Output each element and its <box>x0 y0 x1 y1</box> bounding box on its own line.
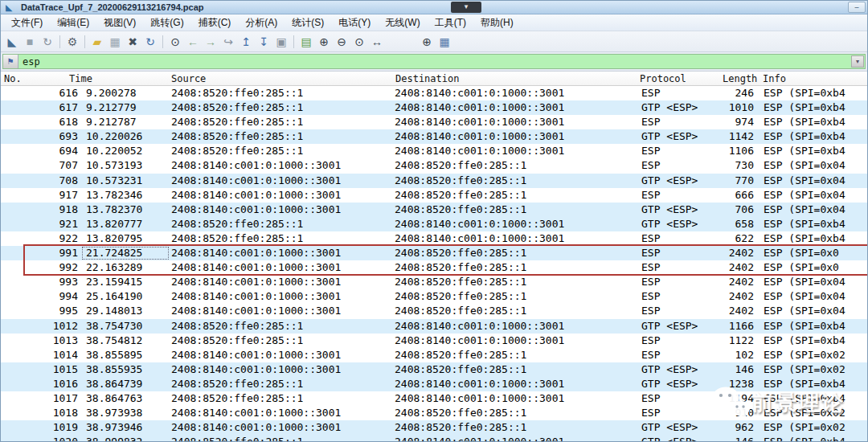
cell-dst: 2408:8520:ffe0:285::1 <box>393 406 638 420</box>
menu-item-2[interactable]: 视图(V) <box>96 14 143 31</box>
column-header-destination[interactable]: Destination <box>395 73 459 84</box>
menu-item-6[interactable]: 统计(S) <box>285 14 331 31</box>
cell-time: 38.855935 <box>81 362 170 377</box>
packet-row-1014[interactable]: 101438.8558952408:8140:c001:0:1000::3001… <box>1 348 867 362</box>
cell-dst: 2408:8140:c001:0:1000::3001 <box>393 231 638 246</box>
cell-proto: GTP <ESP> <box>638 420 719 435</box>
column-header-info[interactable]: Info <box>763 73 786 84</box>
cell-proto: ESP <box>638 334 719 348</box>
packet-row-992[interactable]: 99222.1632892408:8140:c001:0:1000::30012… <box>1 260 867 275</box>
menu-item-0[interactable]: 文件(F) <box>4 14 50 31</box>
minimize-button[interactable]: – <box>848 2 866 13</box>
cell-len: 622 <box>719 231 755 246</box>
packet-row-921[interactable]: 92113.8207772408:8520:ffe0:285::12408:81… <box>1 217 867 231</box>
menu-item-10[interactable]: 帮助(H) <box>473 14 521 31</box>
cell-info: ESP (SPI=0x04 <box>755 304 867 318</box>
cell-time: 23.159415 <box>81 275 170 289</box>
zoom-reset-icon[interactable]: ⊙ <box>351 34 367 50</box>
display-grid-icon[interactable]: ▦ <box>436 34 452 50</box>
go-back-icon[interactable]: ← <box>185 34 201 50</box>
packet-row-1017[interactable]: 101738.8647632408:8520:ffe0:285::12408:8… <box>1 391 867 406</box>
packet-row-616[interactable]: 6169.2002782408:8520:ffe0:285::12408:814… <box>1 86 867 100</box>
packet-row-918[interactable]: 91813.7823702408:8140:c001:0:1000::30012… <box>1 203 867 217</box>
menu-item-7[interactable]: 电话(Y) <box>331 14 378 31</box>
menu-item-9[interactable]: 工具(T) <box>428 14 473 31</box>
auto-scroll-icon[interactable]: ▣ <box>273 34 289 50</box>
cell-proto: GTP <ESP> <box>638 217 719 231</box>
open-file-icon[interactable]: ▰ <box>89 34 105 50</box>
start-capture-icon[interactable]: ◣ <box>4 34 20 50</box>
cell-proto: GTP <ESP> <box>638 362 719 377</box>
packet-row-993[interactable]: 99323.1594152408:8140:c001:0:1000::30012… <box>1 275 867 289</box>
filter-value: esp <box>18 56 40 68</box>
restart-capture-icon[interactable]: ↻ <box>39 34 55 50</box>
column-header-no[interactable]: No. <box>4 73 22 84</box>
save-file-icon[interactable]: ▦ <box>107 34 123 50</box>
packet-row-1016[interactable]: 101638.8647392408:8520:ffe0:285::12408:8… <box>1 377 867 391</box>
cell-len: 1106 <box>719 144 755 158</box>
cell-no: 1017 <box>1 391 81 406</box>
capture-options-icon[interactable]: ⚙ <box>64 34 80 50</box>
cell-len: 770 <box>719 174 755 188</box>
packet-row-618[interactable]: 6189.2127872408:8520:ffe0:285::12408:814… <box>1 115 867 129</box>
column-header-time[interactable]: Time <box>69 73 92 84</box>
menu-item-3[interactable]: 跳转(G) <box>143 14 190 31</box>
packet-row-994[interactable]: 99425.1641902408:8140:c001:0:1000::30012… <box>1 289 867 304</box>
cell-no: 1013 <box>1 334 81 348</box>
goto-packet-icon[interactable]: ↪ <box>220 34 236 50</box>
go-top-icon[interactable]: ↥ <box>238 34 254 50</box>
display-filter-input[interactable]: ⚑ esp ▾ <box>2 54 866 69</box>
packet-row-1012[interactable]: 101238.7547302408:8520:ffe0:285::12408:8… <box>1 319 867 334</box>
close-file-icon[interactable]: ✖ <box>125 34 141 50</box>
go-forward-icon[interactable]: → <box>203 34 219 50</box>
packet-row-693[interactable]: 69310.2200262408:8520:ffe0:285::12408:81… <box>1 129 867 144</box>
cell-proto: GTP <ESP> <box>638 203 719 217</box>
colorize-icon[interactable]: ▤ <box>298 34 314 50</box>
packet-row-1018[interactable]: 101838.9739382408:8140:c001:0:1000::3001… <box>1 406 867 420</box>
packet-row-1013[interactable]: 101338.7548122408:8520:ffe0:285::12408:8… <box>1 334 867 348</box>
toolbar-separator <box>162 35 163 48</box>
packet-row-708[interactable]: 70810.5732312408:8140:c001:0:1000::30012… <box>1 174 867 188</box>
cell-src: 2408:8140:c001:0:1000::3001 <box>170 289 393 304</box>
filter-options-button[interactable]: ▾ <box>851 55 864 68</box>
packet-row-995[interactable]: 99529.1480132408:8140:c001:0:1000::30012… <box>1 304 867 318</box>
packet-row-1015[interactable]: 101538.8559352408:8140:c001:0:1000::3001… <box>1 362 867 377</box>
zoom-out-icon[interactable]: ⊖ <box>334 34 350 50</box>
cell-src: 2408:8140:c001:0:1000::3001 <box>170 362 393 377</box>
cell-src: 2408:8520:ffe0:285::1 <box>170 86 393 100</box>
go-bottom-icon[interactable]: ↧ <box>256 34 272 50</box>
packet-row-694[interactable]: 69410.2200522408:8520:ffe0:285::12408:81… <box>1 144 867 158</box>
cell-dst: 2408:8520:ffe0:285::1 <box>393 260 638 275</box>
zoom-in-icon[interactable]: ⊕ <box>316 34 332 50</box>
cell-info: ESP (SPI=0xb4 <box>755 377 867 391</box>
titlebar-chevron-button[interactable]: ▾ <box>451 2 481 13</box>
menu-item-4[interactable]: 捕获(C) <box>191 14 239 31</box>
cell-time: 29.148013 <box>81 304 170 318</box>
cell-len: 146 <box>719 435 755 442</box>
column-header-source[interactable]: Source <box>171 73 206 84</box>
packet-row-707[interactable]: 70710.5731932408:8140:c001:0:1000::30012… <box>1 158 867 173</box>
reload-file-icon[interactable]: ↻ <box>142 34 158 50</box>
cell-dst: 2408:8520:ffe0:285::1 <box>393 203 638 217</box>
stop-capture-icon[interactable]: ■ <box>22 34 38 50</box>
resize-columns-icon[interactable]: ↔ <box>369 34 385 50</box>
packet-row-1019[interactable]: 101938.9739462408:8140:c001:0:1000::3001… <box>1 420 867 435</box>
cell-time: 38.973946 <box>81 420 170 435</box>
menu-item-8[interactable]: 无线(W) <box>378 14 427 31</box>
packet-row-917[interactable]: 91713.7823462408:8140:c001:0:1000::30012… <box>1 188 867 203</box>
column-header-length[interactable]: Length <box>723 73 757 84</box>
packet-row-1020[interactable]: 102038.9998322408:8520:ffe0:285::12408:8… <box>1 435 867 442</box>
magnifier-icon[interactable]: ⊕ <box>419 34 435 50</box>
menu-item-5[interactable]: 分析(A) <box>238 14 285 31</box>
cell-proto: ESP <box>638 275 719 289</box>
packet-row-617[interactable]: 6179.2127792408:8520:ffe0:285::12408:814… <box>1 100 867 115</box>
cell-dst: 2408:8520:ffe0:285::1 <box>393 304 638 318</box>
find-packet-icon[interactable]: ⊙ <box>167 34 183 50</box>
menu-item-1[interactable]: 编辑(E) <box>50 14 96 31</box>
column-header-protocol[interactable]: Protocol <box>640 73 686 84</box>
packet-row-922[interactable]: 92213.8207952408:8520:ffe0:285::12408:81… <box>1 231 867 246</box>
packet-list: 6169.2002782408:8520:ffe0:285::12408:814… <box>1 86 867 442</box>
filter-bookmark-icon[interactable]: ⚑ <box>3 55 18 68</box>
packet-row-991[interactable]: 99121.7248252408:8140:c001:0:1000::30012… <box>1 246 867 260</box>
cell-len: 666 <box>719 188 755 203</box>
